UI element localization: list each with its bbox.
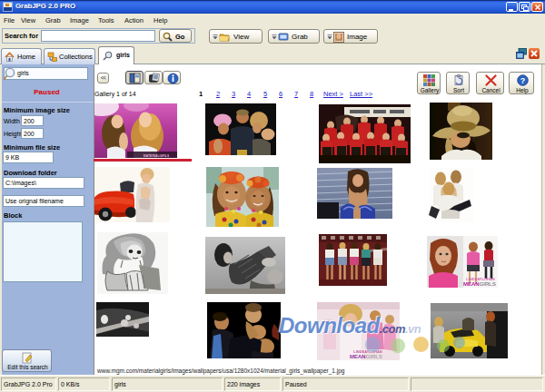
svg-text:?: ? <box>520 76 526 85</box>
svg-text:MATERIALGIRLS: MATERIALGIRLS <box>144 154 170 158</box>
svg-text:MEANGIRLS: MEANGIRLS <box>350 354 382 359</box>
svg-text:MEANGIRLS: MEANGIRLS <box>463 281 496 287</box>
